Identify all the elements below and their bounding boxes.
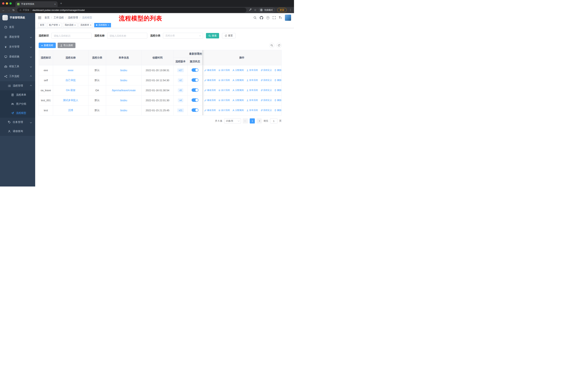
category-select[interactable]: 流程分类 bbox=[163, 33, 203, 39]
design-flow-link[interactable]: 设计流程 bbox=[218, 99, 230, 102]
reload-icon[interactable]: ↻ bbox=[12, 9, 15, 11]
publish-flow-link[interactable]: 发布流程 bbox=[246, 69, 258, 72]
bookmark-star-icon[interactable]: ☆ bbox=[254, 8, 256, 12]
create-process-button[interactable]: + 新建流程 bbox=[39, 43, 56, 48]
search-button[interactable]: 搜索 bbox=[206, 33, 219, 39]
toggle-search-button[interactable] bbox=[269, 43, 274, 48]
sidebar-item-process-manage[interactable]: 流程管理 bbox=[0, 81, 35, 90]
help-icon[interactable]: ? bbox=[266, 16, 269, 19]
breadcrumb-item-home[interactable]: 首页 bbox=[44, 16, 50, 19]
back-icon[interactable]: ← bbox=[2, 9, 5, 11]
form-info-link[interactable]: biubiu bbox=[120, 69, 127, 72]
flow-definition-link[interactable]: 流程定义 bbox=[261, 109, 272, 112]
github-icon[interactable] bbox=[260, 16, 263, 20]
sidebar-collapse-icon[interactable] bbox=[38, 17, 41, 19]
close-icon[interactable]: × bbox=[59, 24, 60, 26]
publish-flow-link[interactable]: 发布流程 bbox=[246, 79, 258, 82]
flow-definition-link[interactable]: 流程定义 bbox=[261, 69, 272, 72]
form-info-link[interactable]: biubiu bbox=[120, 109, 127, 112]
delete-link[interactable]: 删除 bbox=[274, 89, 281, 92]
process-name-input[interactable] bbox=[107, 33, 147, 39]
design-flow-link[interactable]: 设计流程 bbox=[218, 89, 230, 92]
tag-tenant-manage[interactable]: 租户管理 × bbox=[47, 23, 62, 27]
active-toggle[interactable] bbox=[192, 88, 199, 92]
assign-rule-link[interactable]: 分配规则 bbox=[232, 69, 244, 72]
flow-definition-link[interactable]: 流程定义 bbox=[261, 89, 272, 92]
import-process-button[interactable]: 导入流程 bbox=[58, 43, 75, 48]
close-icon[interactable]: × bbox=[90, 24, 91, 26]
incognito-badge[interactable]: 无痕模式 bbox=[259, 8, 275, 12]
sidebar-item-home[interactable]: 首页 bbox=[0, 22, 35, 32]
tab-close-icon[interactable]: × bbox=[54, 3, 56, 6]
sidebar-item-workflow[interactable]: 工作流程 bbox=[0, 71, 35, 81]
sidebar-item-devtools[interactable]: 研发工具 bbox=[0, 61, 35, 71]
publish-flow-link[interactable]: 发布流程 bbox=[246, 109, 258, 112]
sidebar-item-process-model[interactable]: 流程模型 bbox=[0, 109, 35, 118]
process-name-link[interactable]: 测试多审批人 bbox=[63, 99, 78, 102]
assign-rule-link[interactable]: 分配规则 bbox=[232, 99, 244, 102]
assign-rule-link[interactable]: 分配规则 bbox=[232, 89, 244, 92]
page-size-select[interactable]: 10条/页 bbox=[224, 118, 241, 123]
flow-definition-link[interactable]: 流程定义 bbox=[261, 99, 272, 102]
active-toggle[interactable] bbox=[192, 108, 199, 112]
maximize-window-button[interactable] bbox=[10, 2, 12, 5]
sidebar-item-task-manage[interactable]: 任务管理 bbox=[0, 118, 35, 127]
tag-my-process[interactable]: 我的流程 × bbox=[63, 23, 77, 27]
close-icon[interactable]: × bbox=[108, 24, 109, 26]
sidebar-item-user-group[interactable]: 用户分组 bbox=[0, 100, 35, 109]
sidebar-item-leave-query[interactable]: 请假查询 bbox=[0, 127, 35, 136]
refresh-table-button[interactable] bbox=[276, 43, 282, 48]
browser-menu-icon[interactable]: ⋮ bbox=[289, 8, 292, 12]
tag-process-form[interactable]: 流程表单 × bbox=[79, 23, 93, 27]
delete-link[interactable]: 删除 bbox=[274, 99, 281, 102]
delete-link[interactable]: 删除 bbox=[274, 69, 281, 72]
delete-link[interactable]: 删除 bbox=[274, 79, 281, 82]
browser-tab[interactable]: 芋道管理系统 × bbox=[15, 1, 58, 7]
user-avatar[interactable] bbox=[285, 15, 291, 21]
process-name-link[interactable]: 自己审批 bbox=[66, 79, 76, 81]
new-tab-button[interactable]: + bbox=[60, 2, 62, 5]
design-flow-link[interactable]: 设计流程 bbox=[218, 109, 230, 112]
modify-flow-link[interactable]: 修改流程 bbox=[204, 79, 216, 82]
breadcrumb-item-process-manage[interactable]: 流程管理 bbox=[68, 16, 78, 19]
active-toggle[interactable] bbox=[192, 78, 199, 82]
active-toggle[interactable] bbox=[192, 98, 199, 102]
sidebar-item-infra[interactable]: 基础设施 bbox=[0, 52, 35, 61]
assign-rule-link[interactable]: 分配规则 bbox=[232, 79, 244, 82]
modify-flow-link[interactable]: 修改流程 bbox=[204, 99, 216, 102]
flow-definition-link[interactable]: 流程定义 bbox=[261, 79, 272, 82]
assign-rule-link[interactable]: 分配规则 bbox=[232, 109, 244, 112]
minimize-window-button[interactable] bbox=[6, 2, 8, 5]
password-key-icon[interactable] bbox=[249, 8, 252, 12]
process-key-input[interactable] bbox=[51, 33, 92, 39]
next-page-button[interactable] bbox=[257, 118, 262, 123]
form-info-link[interactable]: biubiu bbox=[120, 99, 127, 102]
fullscreen-icon[interactable] bbox=[273, 16, 276, 19]
publish-flow-link[interactable]: 发布流程 bbox=[246, 99, 258, 102]
close-window-button[interactable] bbox=[2, 2, 4, 5]
tag-home[interactable]: 首页 bbox=[38, 23, 46, 27]
modify-flow-link[interactable]: 修改流程 bbox=[204, 69, 216, 72]
sidebar-item-payment[interactable]: ¥ 支付管理 bbox=[0, 42, 35, 52]
goto-page-input[interactable] bbox=[270, 118, 277, 123]
forward-icon[interactable]: → bbox=[7, 9, 10, 11]
sidebar-item-process-form[interactable]: 流程表单 bbox=[0, 90, 35, 100]
active-toggle[interactable] bbox=[192, 68, 199, 72]
process-name-link[interactable]: eeee bbox=[68, 69, 74, 72]
reset-button[interactable]: 重置 bbox=[222, 33, 235, 39]
sidebar-item-system[interactable]: 系统管理 bbox=[0, 32, 35, 42]
process-name-link[interactable]: OA 请假 bbox=[66, 89, 75, 92]
address-bar[interactable]: ⚠ 不安全 dashboard.yudao.iocoder.cn/bpm/man… bbox=[17, 8, 246, 13]
page-number-button[interactable]: 1 bbox=[250, 118, 255, 123]
close-icon[interactable]: × bbox=[74, 24, 76, 26]
search-icon[interactable] bbox=[253, 16, 257, 19]
publish-flow-link[interactable]: 发布流程 bbox=[246, 89, 258, 92]
tag-process-model[interactable]: 流程模型 × bbox=[94, 23, 111, 27]
prev-page-button[interactable] bbox=[243, 118, 248, 123]
form-info-link[interactable]: /bpm/oa/leave/create bbox=[112, 89, 136, 92]
modify-flow-link[interactable]: 修改流程 bbox=[204, 109, 216, 112]
update-button[interactable]: 更新 bbox=[277, 8, 287, 12]
breadcrumb-item-workflow[interactable]: 工作流程 bbox=[53, 16, 64, 19]
delete-link[interactable]: 删除 bbox=[274, 109, 281, 112]
form-info-link[interactable]: biubiu bbox=[120, 79, 127, 82]
